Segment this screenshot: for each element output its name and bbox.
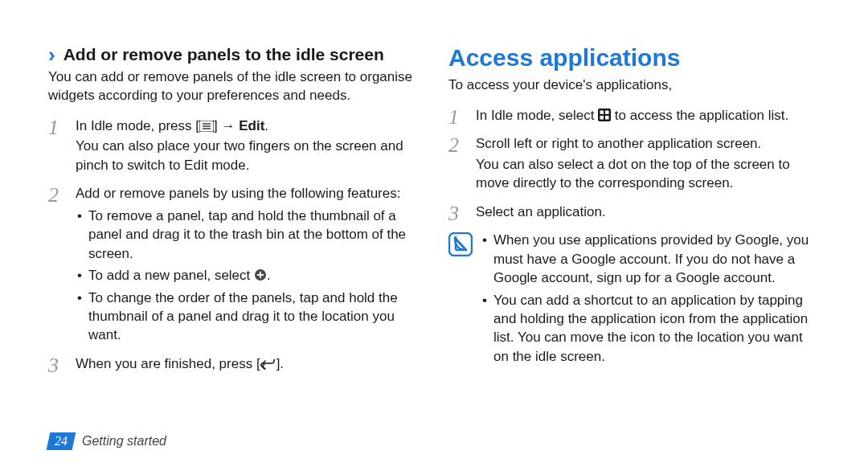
svg-rect-8 xyxy=(600,110,604,114)
left-column: › Add or remove panels to the idle scree… xyxy=(48,44,420,383)
step1-bold: Edit xyxy=(239,118,264,133)
right-intro: To access your device's applications, xyxy=(448,76,820,95)
apps-icon xyxy=(598,109,611,121)
left-heading-text: Add or remove panels to the idle screen xyxy=(63,45,384,64)
svg-rect-9 xyxy=(605,110,609,114)
rstep2-text: Scroll left or right to another applicat… xyxy=(476,136,761,151)
left-step-3: When you are finished, press []. xyxy=(48,354,420,373)
right-column: Access applications To access your devic… xyxy=(448,44,820,383)
note-bullets: When you use applications provided by Go… xyxy=(481,231,820,369)
svg-rect-10 xyxy=(600,116,604,120)
page-footer: 24 Getting started xyxy=(48,432,166,450)
svg-rect-11 xyxy=(605,116,609,120)
left-steps: In Idle mode, press [] → Edit. You can a… xyxy=(48,117,420,373)
svg-rect-7 xyxy=(598,109,611,121)
rstep2-extra: You can also select a dot on the top of … xyxy=(476,155,820,193)
step1-before: In Idle mode, press [ xyxy=(76,118,199,133)
right-step-2: Scroll left or right to another applicat… xyxy=(448,134,820,192)
left-subheading: › Add or remove panels to the idle scree… xyxy=(48,44,420,65)
left-step-2: Add or remove panels by using the follow… xyxy=(48,184,420,345)
step3-before: When you are finished, press [ xyxy=(76,356,260,371)
note-box: When you use applications provided by Go… xyxy=(448,231,820,369)
rstep3-text: Select an application. xyxy=(476,204,606,219)
step1-after: ] → xyxy=(214,118,239,133)
bullet-remove-panel: To remove a panel, tap and hold the thum… xyxy=(76,207,420,263)
right-step-1: In Idle mode, select to access the appli… xyxy=(448,106,820,125)
rstep1-after: to access the application list. xyxy=(611,108,788,123)
bullet-add-after: . xyxy=(267,268,271,283)
page-number: 24 xyxy=(47,432,76,450)
step1-period: . xyxy=(264,118,268,133)
bullet-add-panel: To add a new panel, select . xyxy=(76,266,420,285)
right-steps: In Idle mode, select to access the appli… xyxy=(448,106,820,221)
step1-extra: You can also place your two fingers on t… xyxy=(76,137,420,174)
chevron-icon: › xyxy=(48,44,55,65)
left-intro: You can add or remove panels of the idle… xyxy=(48,68,420,105)
bullet-add-before: To add a new panel, select xyxy=(88,268,254,283)
back-icon xyxy=(260,358,276,370)
note-icon xyxy=(448,232,473,256)
right-step-3: Select an application. xyxy=(448,203,820,221)
rstep1-before: In Idle mode, select xyxy=(476,108,598,123)
step3-after: ]. xyxy=(276,356,284,371)
step2-text: Add or remove panels by using the follow… xyxy=(76,186,400,201)
step2-bullets: To remove a panel, tap and hold the thum… xyxy=(76,207,420,345)
menu-icon xyxy=(199,121,214,132)
left-step-1: In Idle mode, press [] → Edit. You can a… xyxy=(48,117,420,174)
section-name: Getting started xyxy=(82,434,166,448)
note-bullet-1: When you use applications provided by Go… xyxy=(481,231,820,287)
note-bullet-2: You can add a shortcut to an application… xyxy=(481,291,820,367)
add-circle-icon xyxy=(254,268,267,281)
right-heading: Access applications xyxy=(448,44,820,72)
bullet-reorder-panel: To change the order of the panels, tap a… xyxy=(76,289,420,345)
